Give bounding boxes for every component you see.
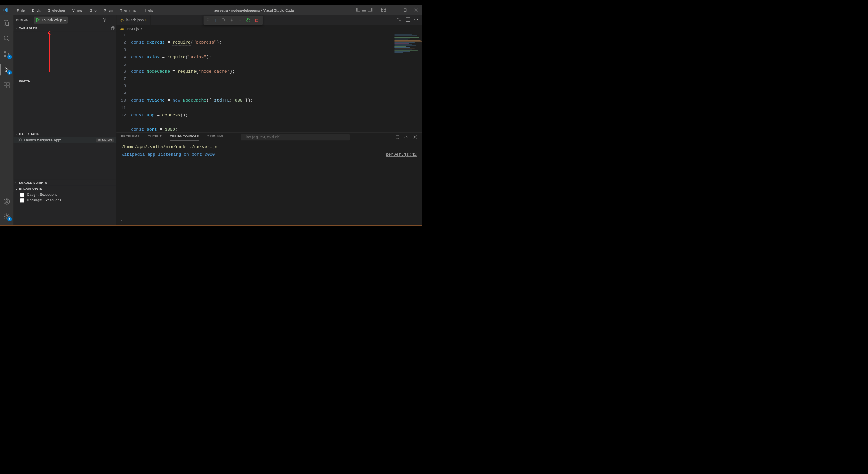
compare-changes-icon[interactable] <box>396 17 402 23</box>
close-button[interactable] <box>411 5 422 15</box>
manage-icon[interactable]: 1 <box>0 211 13 222</box>
explorer-icon[interactable] <box>0 17 13 28</box>
run-debug-icon[interactable]: 1 <box>0 64 13 75</box>
loaded-scripts-section-header[interactable]: ›LOADED SCRIPTS <box>13 180 116 186</box>
panel-maximize-icon[interactable] <box>404 135 408 140</box>
minimize-button[interactable] <box>388 5 400 15</box>
menu-terminal[interactable]: Terminal <box>116 7 139 13</box>
svg-point-1 <box>240 18 240 19</box>
session-status-badge: RUNNING <box>96 138 114 142</box>
debug-sidebar: RUN AN... Launch Wikip ⌄ ··· ⌄VARIABLES <box>13 15 116 225</box>
more-actions-icon[interactable]: ··· <box>109 18 114 22</box>
svg-point-21 <box>104 19 105 20</box>
step-into-button[interactable] <box>228 16 236 24</box>
menu-selection[interactable]: Selection <box>43 7 67 13</box>
step-over-button[interactable] <box>220 16 228 24</box>
console-source-link[interactable]: server.js:42 <box>386 151 417 159</box>
extensions-icon[interactable] <box>0 80 13 91</box>
start-debug-icon[interactable] <box>35 18 42 23</box>
restart-button[interactable] <box>244 16 252 24</box>
panel-close-icon[interactable] <box>413 135 417 140</box>
caught-exceptions-checkbox[interactable] <box>20 193 24 197</box>
svg-point-23 <box>19 139 21 141</box>
step-out-button[interactable] <box>236 16 244 24</box>
maximize-button[interactable] <box>400 5 411 15</box>
json-file-icon: {} <box>120 18 124 22</box>
svg-rect-7 <box>384 10 386 11</box>
breakpoint-uncaught[interactable]: Uncaught Exceptions <box>13 197 116 203</box>
svg-rect-15 <box>4 86 6 88</box>
chevron-down-icon[interactable]: ⌄ <box>62 18 66 22</box>
code-editor[interactable]: 123456789101112 const express = require(… <box>116 32 391 132</box>
watch-section-header[interactable]: ⌄WATCH <box>13 78 116 84</box>
debug-console-input[interactable]: › <box>116 217 422 225</box>
bottom-panel: PROBLEMS OUTPUT DEBUG CONSOLE TERMINAL /… <box>116 132 422 225</box>
svg-point-19 <box>6 199 8 201</box>
layout-bottom-icon[interactable] <box>362 8 366 12</box>
tab-bar: {} launch.json U ··· <box>116 15 422 25</box>
title-bar: File Edit Selection View Go Run Terminal… <box>0 5 422 15</box>
vscode-logo-icon <box>0 8 11 13</box>
console-settings-icon[interactable] <box>395 135 400 140</box>
launch-config-selector[interactable]: Launch Wikip ⌄ <box>34 17 68 24</box>
customize-layout-icon[interactable] <box>379 8 388 12</box>
breadcrumb[interactable]: JS server.js › ... <box>116 25 422 32</box>
uncaught-exceptions-checkbox[interactable] <box>20 198 24 203</box>
layout-left-icon[interactable] <box>356 8 360 12</box>
debug-badge: 1 <box>7 70 12 75</box>
svg-rect-6 <box>381 10 383 11</box>
split-editor-icon[interactable] <box>405 17 410 23</box>
configure-icon[interactable] <box>102 18 107 23</box>
callstack-item[interactable]: Launch Wikipedia App:... RUNNING <box>13 137 116 143</box>
collapse-all-icon[interactable] <box>111 26 115 30</box>
more-editor-actions-icon[interactable]: ··· <box>414 17 418 23</box>
svg-rect-16 <box>7 86 9 88</box>
minimap[interactable] <box>391 32 422 132</box>
breakpoints-section-header[interactable]: ⌄BREAKPOINTS <box>13 186 116 192</box>
bug-icon <box>18 138 22 143</box>
search-icon[interactable] <box>0 33 13 44</box>
debug-console-body[interactable]: /home/ayo/.volta/bin/node ./server.js Wi… <box>116 142 422 217</box>
svg-point-11 <box>4 55 6 56</box>
menu-go[interactable]: Go <box>85 7 99 13</box>
panel-tab-output[interactable]: OUTPUT <box>148 135 162 140</box>
breakpoint-caught[interactable]: Caught Exceptions <box>13 192 116 197</box>
svg-rect-2 <box>256 19 258 22</box>
svg-rect-4 <box>381 8 383 9</box>
launch-config-name: Launch Wikip <box>41 18 62 22</box>
menu-view[interactable]: View <box>68 7 84 13</box>
source-control-icon[interactable]: 5 <box>0 48 13 60</box>
stop-button[interactable] <box>253 16 261 24</box>
svg-point-10 <box>4 52 6 53</box>
panel-tab-problems[interactable]: PROBLEMS <box>121 135 139 140</box>
panel-tab-debug-console[interactable]: DEBUG CONSOLE <box>170 134 199 140</box>
sidebar-title: RUN AN... <box>16 18 31 22</box>
panel-tab-terminal[interactable]: TERMINAL <box>207 135 224 140</box>
tab-launch-json[interactable]: {} launch.json U <box>116 15 151 25</box>
window-title: server.js - nodejs-debugging - Visual St… <box>156 8 353 12</box>
menu-help[interactable]: Help <box>139 7 156 13</box>
modified-untracked-badge: U <box>145 18 147 22</box>
console-filter-input[interactable] <box>241 134 350 140</box>
svg-rect-8 <box>404 9 406 11</box>
callstack-section-header[interactable]: ⌄CALL STACK <box>13 131 116 137</box>
manage-badge: 1 <box>7 217 12 221</box>
menu-file[interactable]: File <box>12 7 27 13</box>
pause-button[interactable] <box>211 16 219 24</box>
svg-point-9 <box>4 36 8 40</box>
accounts-icon[interactable] <box>0 196 13 207</box>
svg-rect-5 <box>384 8 386 9</box>
svg-rect-22 <box>111 27 114 30</box>
scm-badge: 5 <box>7 55 12 59</box>
svg-rect-17 <box>7 83 9 85</box>
layout-right-icon[interactable] <box>368 8 372 12</box>
status-bar[interactable] <box>0 225 422 225</box>
debug-toolbar[interactable]: ⠿ <box>204 16 263 25</box>
grip-icon[interactable]: ⠿ <box>206 18 211 22</box>
variables-section-header[interactable]: ⌄VARIABLES <box>13 25 116 31</box>
menu-edit[interactable]: Edit <box>28 7 43 13</box>
editor-group: {} launch.json U ··· JS server.js › ... <box>116 15 422 225</box>
console-line: /home/ayo/.volta/bin/node ./server.js <box>122 143 417 151</box>
menu-run[interactable]: Run <box>99 7 115 13</box>
activity-bar: 5 1 1 <box>0 15 13 225</box>
